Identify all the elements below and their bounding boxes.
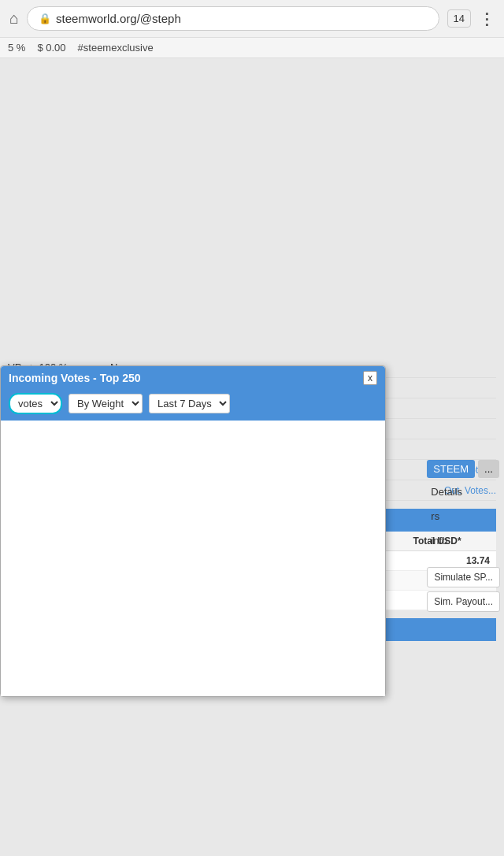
home-icon[interactable]: ⌂ xyxy=(9,9,19,28)
main-content: Incoming Votes - Top 250 x votes By Weig… xyxy=(0,358,504,856)
address-bar[interactable]: 🔒 steemworld.org/@steph xyxy=(27,6,439,31)
sim-payout-button[interactable]: Sim. Payout... xyxy=(427,591,500,612)
browser-menu-icon[interactable]: ⋮ xyxy=(479,9,495,28)
tab-count-badge[interactable]: 14 xyxy=(447,9,471,28)
modal-title: Incoming Votes - Top 250 xyxy=(9,372,141,384)
tag-label[interactable]: #steemexclusive xyxy=(78,42,154,54)
steem-button[interactable]: STEEM xyxy=(427,460,475,478)
weight-dropdown[interactable]: By Weight xyxy=(69,394,143,413)
details-link[interactable]: Details xyxy=(431,486,500,498)
modal-title-group: Incoming Votes - Top 250 xyxy=(9,372,141,384)
modal-close-button[interactable]: x xyxy=(363,371,377,385)
amount-label: $ 0.00 xyxy=(37,42,65,54)
lock-icon: 🔒 xyxy=(39,13,51,24)
modal-controls: votes By Weight Last 7 Days xyxy=(1,390,385,421)
action-buttons: Simulate SP... Sim. Payout... xyxy=(427,567,500,612)
steem-button-group: STEEM ... xyxy=(427,460,500,478)
tabs-bar: 5 % $ 0.00 #steemexclusive xyxy=(0,38,504,58)
url-text: steemworld.org/@steph xyxy=(56,12,181,25)
right-links: Details rs info xyxy=(427,486,500,547)
right-panel: STEEM ... Details rs info Simulate SP...… xyxy=(427,365,500,612)
percent-label: 5 % xyxy=(8,42,25,54)
modal-body xyxy=(1,421,385,696)
days-dropdown[interactable]: Last 7 Days xyxy=(149,394,230,413)
dots-button[interactable]: ... xyxy=(478,460,499,478)
browser-bar: ⌂ 🔒 steemworld.org/@steph 14 ⋮ xyxy=(0,0,504,38)
rs-link[interactable]: rs xyxy=(431,510,500,522)
simulate-sp-button[interactable]: Simulate SP... xyxy=(427,567,500,587)
info-link[interactable]: info xyxy=(431,535,500,547)
incoming-votes-modal: Incoming Votes - Top 250 x votes By Weig… xyxy=(0,365,386,697)
votes-dropdown[interactable]: votes xyxy=(9,393,62,414)
modal-header: Incoming Votes - Top 250 x xyxy=(1,366,385,390)
